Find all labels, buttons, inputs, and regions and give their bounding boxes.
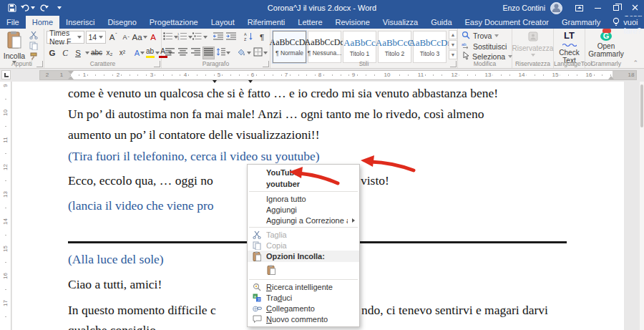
paste-option-keep-source[interactable] [248,262,359,278]
tab-layout[interactable]: Layout [205,16,241,29]
scrollbar-thumb[interactable] [640,84,643,127]
check-text-button[interactable]: LT Check Text [556,30,582,59]
style-normale[interactable]: AaBbCcDd¶ Normale [273,31,306,63]
tab-stop-marker[interactable] [213,80,217,83]
tab-home[interactable]: Home [26,16,59,29]
doc-line[interactable]: Ecco, eccolo qua, … oggi no [68,173,213,188]
tab-grammarly[interactable]: Grammarly [555,16,607,29]
tab-file[interactable]: File [0,16,26,29]
doc-line[interactable]: Ciao a tutti, amici! [68,277,162,292]
strikethrough-button[interactable]: abc [91,47,102,59]
grow-font-button[interactable]: Aˆ [107,31,119,44]
doc-line-blue[interactable]: (Tira fuori il telefonino, cerca il vide… [68,149,320,164]
tell-me-assist[interactable]: Cosa vuoi fare? [607,16,644,29]
justify-button[interactable] [203,47,215,59]
doc-line[interactable]: In questo momento difficile c [68,303,216,318]
open-grammarly-button[interactable]: G Open Grammarly [587,30,625,59]
style-titolo-1[interactable]: AaBbCcTitolo 1 [343,31,376,63]
vertical-ruler[interactable]: 91011121314151617 [0,82,11,330]
first-line-indent-marker[interactable] [68,71,74,74]
save-icon[interactable] [6,1,19,14]
doc-line[interactable]: aumento un po’ il contatore delle visual… [68,127,320,142]
font-dialog-launcher[interactable] [154,61,160,67]
styles-scroll-down-icon[interactable]: ▼ [449,40,457,49]
highlight-button[interactable]: ab [147,47,158,59]
clipboard-dialog-launcher[interactable] [36,61,43,67]
close-icon[interactable] [625,0,644,16]
menu-item-aggiungi[interactable]: Aggiungi [248,204,359,215]
doc-line[interactable]: qualche consiglio. [68,323,159,330]
change-case-button[interactable]: Aa [133,31,146,44]
styles-dialog-launcher[interactable] [450,61,457,67]
tab-disegno[interactable]: Disegno [101,16,142,29]
align-left-button[interactable] [164,47,175,59]
shrink-font-button[interactable]: Aˇ [120,31,132,44]
menu-item-youtuber[interactable]: youtuber [248,178,359,190]
avatar[interactable] [550,2,562,14]
bold-button[interactable]: G [47,47,58,59]
doc-line[interactable]: Un po’ di autostima non fa mai male! Anz… [68,107,484,122]
cut-button[interactable] [27,31,39,40]
tab-easy-document-creator[interactable]: Easy Document Creator [459,16,555,29]
customize-qat-icon[interactable] [53,1,66,14]
align-center-button[interactable] [177,47,188,59]
menu-item-ignora-tutto[interactable]: Ignora tutto [248,193,359,204]
text-effects-button[interactable]: A [134,47,145,59]
restore-icon[interactable] [607,0,625,16]
underline-dropdown-icon[interactable] [85,52,89,54]
style-nessuna[interactable]: AaBbCcDd¶ Nessuna... [308,31,341,63]
menu-item-aggiungi-a-correzione-automatica[interactable]: Aggiungi a Correzione automatica [248,215,359,225]
paragraph-dialog-launcher[interactable] [263,61,269,67]
bullets-button[interactable] [164,31,177,44]
decrease-indent-button[interactable] [213,31,224,44]
minimize-icon[interactable] [588,0,607,16]
clear-formatting-button[interactable]: A [147,31,159,44]
ribbon-display-options-icon[interactable] [570,0,588,16]
styles-scroll-up-icon[interactable]: ▲ [449,30,457,39]
right-indent-marker[interactable] [608,76,614,79]
find-button[interactable]: Trova [460,31,514,41]
doc-line-fragment[interactable]: ndo, ci tenevo sentirvi e magari darvi [361,303,548,318]
tab-guida[interactable]: Guida [424,16,458,29]
paste-button[interactable]: Incolla [2,30,26,59]
tab-selector[interactable] [1,70,11,79]
borders-button[interactable] [253,47,268,59]
sort-button[interactable]: AZ [243,31,255,44]
font-name-combo[interactable]: Times New F [47,31,84,44]
doc-line-blue[interactable]: (lancia il video che viene pro [68,198,214,213]
underline-button[interactable]: S [72,47,84,59]
increase-indent-button[interactable] [225,31,237,44]
align-right-button[interactable] [190,47,201,59]
replace-button[interactable]: abSostituisci [460,42,514,51]
superscript-button[interactable]: x² [117,47,128,59]
pilcrow-button[interactable]: ¶ [256,31,268,44]
horizontal-ruler[interactable]: 21 12345678910111213141516 18 [39,70,637,80]
tab-inserisci[interactable]: Inserisci [59,16,101,29]
privacy-button[interactable]: Riservatezza [514,30,551,59]
tab-visualizza[interactable]: Visualizza [376,16,424,29]
doc-line-blue[interactable]: (Alla luce del sole) [68,252,164,267]
menu-item-youtube[interactable]: YouTube [248,167,359,178]
doc-line-fragment[interactable]: visto! [361,173,389,188]
menu-item-collegamento[interactable]: Collegamento [248,303,359,314]
redo-icon[interactable] [37,1,50,14]
line-spacing-button[interactable] [216,47,230,59]
undo-icon[interactable] [21,1,34,14]
tab-revisione[interactable]: Revisione [329,16,376,29]
tab-riferimenti[interactable]: Riferimenti [241,16,292,29]
style-titolo-3[interactable]: AaBbCcDrTitolo 3 [413,31,447,63]
subscript-button[interactable]: x₂ [104,47,115,59]
styles-more-icon[interactable]: ▼ [449,50,457,59]
style-titolo-2[interactable]: AaBbCcCTitolo 2 [378,31,411,63]
numbering-button[interactable]: 123 [179,31,192,44]
copy-button[interactable] [27,42,39,51]
hanging-indent-marker[interactable] [68,76,74,79]
menu-item-ricerca-intelligente[interactable]: Ricerca intelligente [248,281,359,292]
shading-button[interactable] [237,47,251,59]
collapse-ribbon-icon[interactable]: ⌃ [633,59,638,67]
font-size-combo[interactable]: 14 [86,31,107,44]
tab-lettere[interactable]: Lettere [291,16,328,29]
tab-progettazione[interactable]: Progettazione [143,16,205,29]
tab-stop-marker[interactable] [248,80,253,83]
menu-item-traduci[interactable]: a文Traduci [248,292,359,303]
